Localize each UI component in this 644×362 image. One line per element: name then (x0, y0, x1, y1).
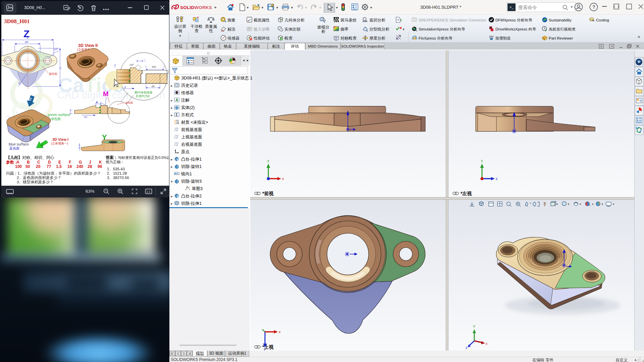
svg-text:E: E (58, 160, 61, 165)
svg-text:(立体视角一): (立体视角一) (51, 142, 68, 145)
svg-text:3D View I: 3D View I (52, 137, 68, 141)
svg-text:z: z (466, 346, 467, 350)
svg-text:?: ? (397, 18, 399, 22)
svg-text:Y: Y (473, 324, 476, 328)
svg-text:A: A (26, 37, 29, 39)
svg-text:16: 16 (67, 164, 72, 169)
svg-text:K: K (99, 160, 102, 165)
svg-text:长度均为E: 长度均为E (136, 95, 150, 98)
svg-text:28: 28 (88, 164, 92, 169)
svg-text:ØJ: ØJ (84, 116, 87, 118)
svg-text:*前视: *前视 (262, 191, 274, 196)
svg-text:▼: ▼ (579, 203, 582, 206)
svg-text:Y: Y (481, 159, 483, 163)
svg-text:100: 100 (15, 164, 22, 169)
svg-text:3D View II: 3D View II (78, 43, 98, 48)
svg-text:答案：与标准答案相对误差正负0.5%以内: 答案：与标准答案相对误差正负0.5%以内 (106, 155, 169, 160)
svg-text:240: 240 (76, 164, 83, 169)
svg-text:蓝色面: 蓝色面 (9, 146, 19, 150)
svg-text:B: B (27, 160, 30, 165)
svg-text:x: x (279, 330, 281, 334)
svg-text:M: M (103, 90, 109, 98)
svg-text:▼: ▼ (591, 203, 594, 206)
svg-text:!: ! (272, 5, 273, 8)
svg-text:20: 20 (36, 164, 41, 169)
svg-text:G: G (79, 160, 82, 165)
svg-text:green surface: green surface (48, 113, 70, 117)
svg-text:▼: ▼ (402, 28, 404, 31)
svg-text:绿色面: 绿色面 (51, 117, 61, 121)
svg-text:ØB: ØB (24, 41, 28, 43)
svg-text:问题：1、绿色面（为旋转面，非平面）的面积是多少？: 问题：1、绿色面（为旋转面，非平面）的面积是多少？ (6, 171, 101, 175)
svg-text:blue surface: blue surface (9, 142, 29, 146)
svg-text:C: C (37, 160, 40, 165)
svg-text:▼: ▼ (319, 6, 322, 9)
svg-text:*上视: *上视 (262, 344, 274, 350)
svg-text:1.5: 1.5 (56, 164, 62, 169)
svg-text:x: x (282, 177, 284, 181)
svg-text:x: x (486, 342, 487, 346)
svg-text:z: z (496, 177, 498, 181)
svg-text:E: E (125, 86, 126, 88)
svg-text:?: ? (592, 4, 595, 10)
svg-text:1、535.43: 1、535.43 (107, 167, 125, 171)
svg-text:50: 50 (25, 164, 30, 169)
svg-text:▼: ▼ (305, 6, 308, 9)
svg-text:2、蓝色面的面积是多少？: 2、蓝色面的面积是多少？ (17, 176, 61, 180)
svg-text:3、38270.56: 3、38270.56 (107, 176, 129, 180)
svg-text:图中绿色线条: 图中绿色线条 (135, 91, 153, 94)
svg-text:J: J (89, 160, 91, 165)
svg-text:1:1: 1:1 (147, 190, 151, 193)
svg-text:Ø16: Ø16 (152, 66, 156, 68)
svg-text:Ø9: Ø9 (151, 85, 155, 87)
svg-text:旋转面: 旋转面 (49, 72, 57, 75)
svg-text:2、1521.28: 2、1521.28 (107, 171, 127, 175)
svg-text:▼: ▼ (601, 203, 604, 206)
svg-text:?: ? (281, 29, 282, 32)
svg-text:SOLIDWORKS: SOLIDWORKS (180, 5, 212, 10)
svg-text:【几何】对称、相切、同心: 【几何】对称、相切、同心 (6, 155, 54, 160)
svg-text:▼: ▼ (276, 6, 279, 9)
svg-text:▼: ▼ (556, 203, 558, 206)
svg-text:Y: Y (267, 159, 270, 163)
svg-text:视为正确：: 视为正确： (106, 160, 124, 164)
svg-text:D: D (59, 67, 62, 69)
svg-text:F: F (69, 160, 71, 165)
svg-text:D: D (48, 160, 51, 165)
svg-text:▼: ▼ (261, 6, 264, 9)
svg-text:▼: ▼ (612, 203, 615, 206)
svg-text:▼: ▼ (246, 6, 249, 9)
svg-text:▼: ▼ (290, 6, 293, 9)
svg-text:R12: R12 (54, 47, 58, 51)
svg-text:A: A (16, 160, 19, 165)
svg-text:3、模型体积是多少？: 3、模型体积是多少？ (17, 180, 54, 184)
svg-text:▼: ▼ (335, 6, 338, 9)
svg-text:96: 96 (98, 164, 102, 169)
svg-text:3D08_H01: 3D08_H01 (4, 18, 30, 24)
svg-text:旋转面: 旋转面 (125, 101, 133, 104)
svg-text:135°: 135° (129, 64, 134, 66)
svg-text:E: E (96, 101, 98, 103)
svg-text:77: 77 (47, 164, 51, 169)
svg-text:▼: ▼ (567, 203, 570, 206)
svg-text:▼: ▼ (370, 6, 372, 9)
svg-text:*左视: *左视 (461, 191, 472, 196)
